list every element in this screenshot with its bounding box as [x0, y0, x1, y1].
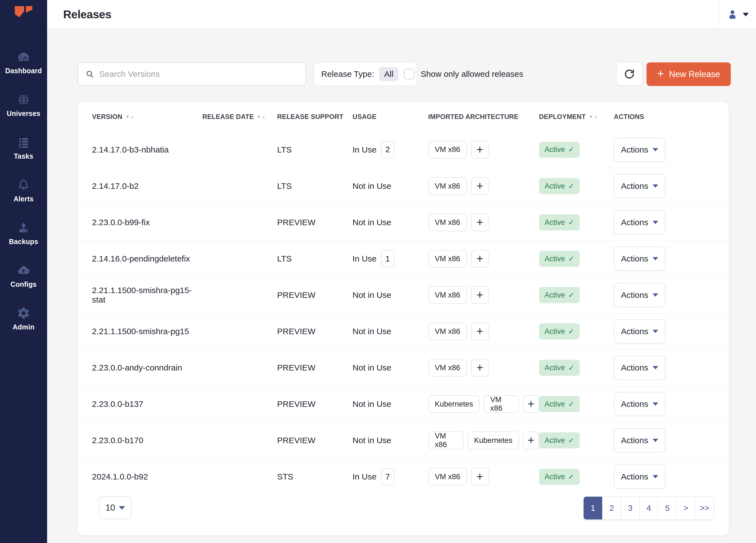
- actions-label: Actions: [621, 145, 648, 154]
- actions-button[interactable]: Actions: [614, 246, 665, 271]
- chevron-down-icon: [743, 13, 749, 16]
- topbar: Releases: [47, 0, 756, 29]
- deployment-cell: Active✓: [539, 251, 614, 267]
- deployment-status-badge: Active✓: [539, 396, 580, 412]
- page-button-3[interactable]: 3: [621, 497, 639, 519]
- actions-button[interactable]: Actions: [614, 283, 665, 307]
- architecture-chip: VM x86: [428, 432, 464, 449]
- version-cell: 2.21.1.1500-smishra-pg15-stat: [92, 286, 202, 305]
- sort-asc-icon: ▲: [261, 114, 266, 119]
- check-icon: ✓: [568, 182, 574, 190]
- architecture-chip: VM x86: [428, 141, 467, 159]
- sort-desc-icon: ▼: [257, 114, 261, 119]
- sidebar-item-universes[interactable]: Universes: [0, 84, 47, 126]
- releases-table-body: 2.14.17.0-b3-nbhatiaLTSIn Use2VM x86+Act…: [78, 131, 729, 495]
- usage-label: Not in Use: [353, 291, 391, 300]
- add-architecture-button[interactable]: +: [471, 141, 489, 159]
- add-architecture-button[interactable]: +: [471, 359, 489, 377]
- table-row: 2.23.0.0-b99-fixPREVIEWNot in UseVM x86+…: [78, 204, 729, 240]
- column-header-actions: ACTIONS: [614, 113, 729, 121]
- page-button-4[interactable]: 4: [639, 497, 658, 519]
- refresh-button[interactable]: [616, 62, 642, 86]
- add-architecture-button[interactable]: +: [471, 213, 489, 231]
- usage-cell: Not in Use: [353, 436, 428, 445]
- chevron-down-icon: [653, 330, 658, 333]
- deployment-status-label: Active: [545, 145, 565, 154]
- column-header-label: USAGE: [353, 113, 376, 121]
- architecture-chip: VM x86: [428, 359, 467, 377]
- actions-button[interactable]: Actions: [614, 465, 665, 489]
- sidebar-item-alerts[interactable]: Alerts: [0, 169, 47, 212]
- sidebar-item-backups[interactable]: Backups: [0, 212, 47, 254]
- usage-cell: Not in Use: [353, 363, 428, 373]
- actions-button[interactable]: Actions: [614, 210, 665, 234]
- deployment-status-label: Active: [545, 364, 565, 372]
- actions-button[interactable]: Actions: [614, 137, 665, 162]
- table-row: 2.23.0.0-b137PREVIEWNot in UseKubernetes…: [78, 386, 729, 422]
- yugabyte-logo[interactable]: [14, 5, 34, 21]
- sort-icons: ▼▲: [125, 114, 134, 119]
- table-row: 2.21.1.1500-smishra-pg15PREVIEWNot in Us…: [78, 313, 729, 350]
- page-button-2[interactable]: 2: [602, 497, 621, 519]
- sort-icons: ▼▲: [589, 114, 598, 119]
- last-page-button[interactable]: >>: [695, 497, 714, 519]
- deployment-cell: Active✓: [539, 287, 614, 303]
- column-header-version[interactable]: VERSION▼▲: [92, 113, 202, 121]
- page-button-1[interactable]: 1: [584, 497, 602, 519]
- page-size-dropdown[interactable]: 10: [99, 496, 132, 519]
- sidebar-item-configs[interactable]: Configs: [0, 254, 47, 297]
- user-menu-button[interactable]: [719, 0, 756, 29]
- actions-button[interactable]: Actions: [614, 174, 665, 198]
- deployment-status-badge: Active✓: [539, 251, 580, 267]
- actions-button[interactable]: Actions: [614, 356, 665, 380]
- sidebar-item-label: Configs: [11, 281, 37, 289]
- actions-label: Actions: [621, 254, 648, 263]
- usage-label: In Use: [353, 472, 377, 481]
- chevron-down-icon: [119, 506, 125, 510]
- imported-architecture-cell: VM x86+: [428, 141, 539, 159]
- add-architecture-button[interactable]: +: [471, 468, 489, 486]
- sidebar-item-admin[interactable]: Admin: [0, 297, 47, 340]
- add-architecture-button[interactable]: +: [523, 395, 539, 413]
- sort-desc-icon: ▼: [125, 114, 130, 119]
- actions-label: Actions: [621, 218, 648, 227]
- add-architecture-button[interactable]: +: [523, 432, 539, 449]
- actions-button[interactable]: Actions: [614, 319, 665, 344]
- column-header-usage: USAGE: [353, 113, 428, 121]
- actions-cell: Actions: [614, 392, 729, 416]
- add-architecture-button[interactable]: +: [471, 323, 489, 340]
- page-button-5[interactable]: 5: [658, 497, 676, 519]
- add-architecture-button[interactable]: +: [471, 286, 489, 304]
- deployment-status-badge: Active✓: [539, 469, 580, 485]
- deployment-cell: Active✓: [539, 214, 614, 230]
- search-icon: [85, 70, 94, 78]
- release-support-cell: PREVIEW: [277, 327, 353, 336]
- deployment-cell: Active✓: [539, 432, 614, 448]
- actions-label: Actions: [621, 472, 648, 481]
- deployment-status-badge: Active✓: [539, 287, 580, 303]
- search-input[interactable]: [99, 69, 298, 79]
- sidebar-item-tasks[interactable]: Tasks: [0, 126, 47, 169]
- add-architecture-button[interactable]: +: [471, 250, 489, 267]
- usage-count-badge: 7: [381, 468, 394, 485]
- column-header-release-date[interactable]: RELEASE DATE▼▲: [202, 113, 277, 121]
- version-cell: 2.14.16.0-pendingdeletefix: [92, 254, 202, 263]
- version-cell: 2.23.0.0-b137: [92, 399, 202, 409]
- sort-asc-icon: ▲: [130, 114, 134, 119]
- dashboard-gauge-icon: [17, 50, 30, 63]
- show-allowed-checkbox[interactable]: [404, 69, 415, 79]
- chevron-down-icon: [653, 439, 658, 442]
- column-header-deployment[interactable]: DEPLOYMENT▼▲: [539, 113, 614, 121]
- release-type-dropdown[interactable]: Release Type: All: [314, 62, 417, 86]
- new-release-button[interactable]: + New Release: [647, 62, 731, 86]
- deployment-status-label: Active: [545, 473, 565, 481]
- actions-button[interactable]: Actions: [614, 392, 665, 416]
- architecture-chip: Kubernetes: [428, 395, 480, 413]
- sidebar-item-dashboard[interactable]: Dashboard: [0, 41, 47, 84]
- actions-button[interactable]: Actions: [614, 428, 665, 453]
- version-cell: 2.14.17.0-b3-nbhatia: [92, 145, 202, 154]
- show-allowed-label: Show only allowed releases: [421, 69, 523, 79]
- deployment-cell: Active✓: [539, 360, 614, 376]
- next-page-button[interactable]: >: [676, 497, 695, 519]
- add-architecture-button[interactable]: +: [471, 177, 489, 195]
